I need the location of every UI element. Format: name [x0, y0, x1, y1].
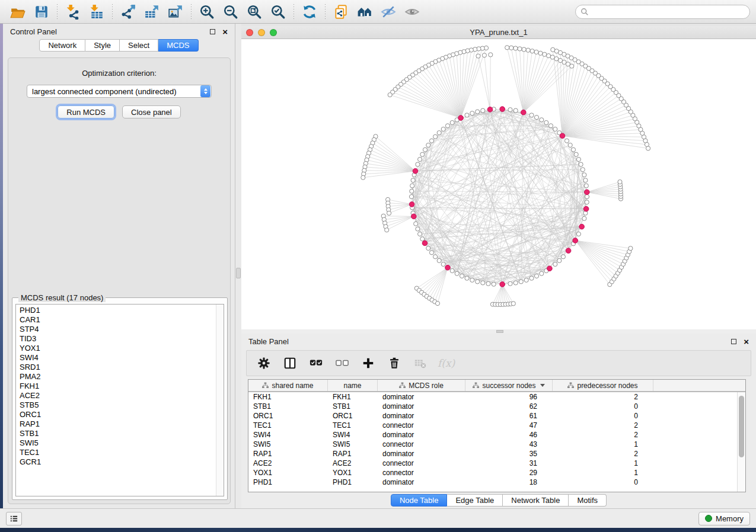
graph-node[interactable] [513, 46, 518, 50]
table-cell[interactable]: 2 [553, 430, 653, 440]
graph-node[interactable] [511, 302, 515, 306]
graph-node[interactable] [519, 280, 523, 284]
graph-hub-node[interactable] [422, 241, 428, 246]
export-image-button[interactable] [164, 2, 187, 21]
graph-node[interactable] [481, 281, 485, 285]
table-cell[interactable]: YOX1 [328, 468, 378, 477]
graph-node[interactable] [414, 222, 418, 226]
graph-node[interactable] [513, 108, 518, 113]
graph-node[interactable] [551, 47, 555, 52]
table-cell[interactable]: 62 [465, 402, 553, 411]
table-tab-network-table[interactable]: Network Table [503, 494, 569, 507]
graph-node[interactable] [411, 178, 415, 182]
table-row-phd1[interactable]: PHD1PHD1dominator180 [248, 477, 745, 487]
table-cell[interactable]: PHD1 [248, 477, 328, 487]
refresh-button[interactable] [298, 2, 321, 21]
table-scrollbar-thumb[interactable] [739, 396, 744, 457]
first-neighbors-button[interactable] [353, 2, 377, 21]
graph-node[interactable] [460, 274, 464, 278]
table-cell[interactable]: ACE2 [248, 459, 328, 468]
export-table-button[interactable] [140, 2, 164, 21]
graph-node[interactable] [441, 127, 445, 131]
graph-node[interactable] [492, 282, 496, 286]
graph-node[interactable] [429, 251, 433, 255]
tab-select[interactable]: Select [120, 39, 158, 52]
zoom-in-button[interactable] [195, 2, 219, 21]
graph-node[interactable] [489, 53, 493, 57]
table-cell[interactable]: dominator [378, 392, 465, 402]
graph-hub-node[interactable] [521, 110, 527, 115]
result-node-srd1[interactable]: SRD1 [16, 363, 216, 372]
graph-hub-node[interactable] [547, 266, 553, 271]
export-network-button[interactable] [116, 2, 140, 21]
table-row-swi5[interactable]: SWI5SWI5connector431 [248, 440, 745, 449]
result-node-tec1[interactable]: TEC1 [16, 448, 216, 457]
network-window-titlebar[interactable]: YPA_prune.txt_1 [241, 26, 756, 39]
graph-node[interactable] [522, 47, 526, 52]
graph-node[interactable] [524, 278, 528, 282]
float-table-panel-icon[interactable] [731, 339, 736, 344]
graph-node[interactable] [518, 47, 522, 51]
search-input[interactable] [592, 7, 745, 16]
table-cell[interactable]: 0 [553, 402, 653, 411]
graph-node[interactable] [582, 216, 586, 220]
graph-node[interactable] [455, 271, 459, 275]
table-cell[interactable]: dominator [378, 477, 465, 487]
graph-hub-node[interactable] [413, 168, 418, 174]
table-cell[interactable]: 1 [553, 468, 653, 477]
result-node-stb1[interactable]: STB1 [16, 429, 216, 438]
graph-node[interactable] [387, 211, 391, 215]
table-cell[interactable]: SWI5 [248, 440, 328, 449]
graph-hub-node[interactable] [560, 133, 565, 139]
graph-node[interactable] [585, 194, 589, 198]
graph-node[interactable] [526, 48, 530, 52]
result-list-scrollbar[interactable] [216, 305, 224, 496]
table-cell[interactable]: 29 [465, 468, 553, 477]
graph-node[interactable] [426, 246, 430, 250]
mcds-result-list[interactable]: PHD1CAR1STP4TID3YOX1SWI4SRD1PMA2FKH1ACE2… [15, 304, 224, 496]
table-row-fkh1[interactable]: FKH1FKH1dominator962 [248, 392, 745, 402]
graph-node[interactable] [550, 55, 554, 59]
column-header-MCDS-role[interactable]: MCDS role [378, 380, 465, 391]
network-canvas[interactable] [241, 39, 756, 329]
delete-column-button[interactable] [385, 354, 403, 372]
table-cell[interactable]: 43 [465, 440, 553, 449]
table-cell[interactable]: TEC1 [248, 421, 328, 430]
table-cell[interactable]: 2 [553, 421, 653, 430]
graph-node[interactable] [429, 139, 433, 143]
graph-node[interactable] [583, 178, 588, 182]
graph-node[interactable] [476, 280, 480, 284]
graph-node[interactable] [534, 50, 538, 54]
import-network-button[interactable] [61, 2, 85, 21]
create-column-button[interactable] [359, 354, 377, 372]
graph-node[interactable] [576, 157, 580, 161]
graph-node[interactable] [508, 281, 512, 286]
graph-node[interactable] [540, 118, 544, 122]
graph-hub-node[interactable] [585, 190, 590, 195]
graph-node[interactable] [580, 168, 585, 172]
graph-node[interactable] [435, 302, 439, 306]
open-file-button[interactable] [6, 2, 30, 21]
network-graph[interactable] [241, 39, 756, 329]
table-cell[interactable]: PHD1 [328, 477, 378, 487]
table-cell[interactable]: 0 [553, 477, 653, 487]
graph-node[interactable] [433, 134, 438, 139]
hide-selected-button[interactable] [377, 2, 400, 21]
graph-node[interactable] [441, 262, 445, 266]
zoom-selected-button[interactable] [266, 2, 290, 21]
table-cell[interactable]: RAP1 [328, 449, 378, 459]
graph-node[interactable] [579, 162, 583, 166]
zoom-fit-button[interactable] [243, 2, 266, 21]
result-node-stb5[interactable]: STB5 [16, 400, 216, 410]
close-panel-button[interactable]: Close panel [122, 105, 181, 118]
graph-node[interactable] [530, 49, 534, 53]
import-table-button[interactable] [85, 2, 109, 21]
table-cell[interactable]: connector [378, 468, 465, 477]
table-row-yox1[interactable]: YOX1YOX1connector291 [248, 468, 745, 477]
graph-node[interactable] [420, 152, 425, 156]
graph-node[interactable] [465, 113, 469, 117]
graph-hub-node[interactable] [458, 116, 464, 121]
result-node-rap1[interactable]: RAP1 [16, 419, 216, 429]
graph-node[interactable] [544, 120, 548, 124]
graph-node[interactable] [481, 108, 485, 113]
